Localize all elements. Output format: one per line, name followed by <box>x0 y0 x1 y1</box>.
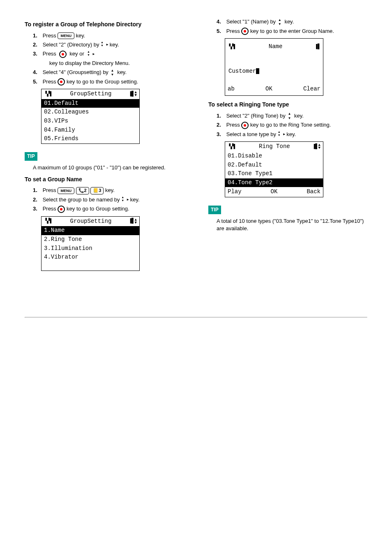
softkey-center: OK <box>271 188 278 196</box>
list-item: 02.Colleagues <box>42 108 139 117</box>
list-item: 1.Name <box>42 226 139 235</box>
signal-icon: ▝▞▌ <box>44 91 53 98</box>
ring-tone-section: To select a Ringing Tone type 1. Select … <box>208 101 367 232</box>
list-item: 04.Tone Type2 <box>225 178 323 187</box>
cursor-icon <box>256 68 259 74</box>
key-2-icon: 📞2 <box>76 187 89 194</box>
list-item: 02.Default <box>225 161 323 170</box>
menu-key-icon: MENU <box>58 187 74 194</box>
nav-updown-icon <box>277 18 283 26</box>
tip-text: A total of 10 tone types ("03.Tone Type1… <box>217 217 367 232</box>
nav-updown-right-icon <box>101 41 108 49</box>
signal-icon: ▝▞▌ <box>44 218 53 225</box>
battery-icon: ▐▋ <box>129 91 134 98</box>
section-title: To set a Group Name <box>25 176 184 184</box>
lcd-group-setting-menu: ▝▞▌ GroupSetting ▐▋ ▲▼ 1.Name 2.Ring Ton… <box>41 216 140 271</box>
list-item: 04.Family <box>42 126 139 135</box>
step-4: 4. Select "4" (Groupsetting) by key. <box>33 69 184 76</box>
list-item: 05.Friends <box>42 134 139 143</box>
menu-key-icon: MENU <box>58 32 74 39</box>
list-item: 03.Tone Type1 <box>225 169 323 178</box>
nav-updown-right-icon <box>278 131 285 138</box>
list-item: 01.Disable <box>225 152 323 161</box>
tip-badge: TIP <box>25 152 37 161</box>
nav-updown-icon <box>287 112 293 120</box>
scroll-arrows-icon: ▲▼ <box>135 91 137 97</box>
softkey-right: Clear <box>303 85 321 93</box>
center-button-icon <box>241 28 249 35</box>
nav-updown-right-icon <box>121 196 129 204</box>
step-1: 1. Press MENU key. <box>33 32 184 39</box>
battery-icon: ▐▋ <box>312 143 318 150</box>
nav-updown-icon <box>110 69 116 76</box>
list-item: 01.Default <box>42 99 139 108</box>
step-2: 2. Select "2" (Directory) by key. <box>33 41 184 49</box>
key-3-icon: 📒3 <box>90 187 104 194</box>
tip-text: A maximum of 10 groups ("01" - "10") can… <box>33 164 184 171</box>
list-item: 3.Illumination <box>42 244 139 253</box>
nav-right-icon <box>87 51 95 58</box>
step-5: 5. Press key to go to the Group setting. <box>33 78 184 86</box>
center-button-icon <box>58 206 65 213</box>
signal-icon: ▝▞▌ <box>228 44 237 51</box>
scroll-arrows-icon: ▲▼ <box>318 144 321 150</box>
step-3b: key to display the Directory Menu. <box>49 60 184 67</box>
center-button-icon <box>59 51 67 58</box>
lcd-name-entry: ▝▞▌ Name ▐▋ Customer ab OK Clear <box>225 38 323 96</box>
group-name-section: To set a Group Name 1. Press MENU 📞2 📒3 … <box>25 176 184 271</box>
battery-icon: ▐▋ <box>315 44 321 51</box>
section-title: To register a Group of Telephone Directo… <box>25 21 184 29</box>
softkey-center: OK <box>265 85 272 93</box>
center-button-icon <box>58 78 65 86</box>
lcd-group-setting: ▝▞▌ GroupSetting ▐▋ ▲▼ 01.Default 02.Col… <box>41 89 140 144</box>
step-2: 2. Select the group to be named by key. <box>33 196 184 204</box>
list-item: 4.Vibrator <box>42 253 139 262</box>
center-button-icon <box>241 122 249 129</box>
softkey-left: Play <box>228 188 242 196</box>
step-1: 1. Press MENU 📞2 📒3 key. <box>33 187 184 194</box>
tip-badge: TIP <box>208 206 221 214</box>
list-item: 03.VIPs <box>42 117 139 126</box>
list-item: 2.Ring Tone <box>42 235 139 244</box>
footer-divider <box>25 317 367 318</box>
step-3: 3. Press key or <box>33 50 184 58</box>
step-5: 5. Press key to go to the enter Group Na… <box>217 28 367 35</box>
step-1: 1. Select "2" (Ring Tone) by key. <box>217 112 367 120</box>
lcd-ring-tone: ▝▞▌ Ring Tone ▐▋ ▲▼ 01.Disable 02.Defaul… <box>225 141 323 197</box>
name-input-value: Customer <box>228 67 259 76</box>
softkey-left: ab <box>228 85 235 93</box>
step-4: 4. Select "1" (Name) by key. <box>217 18 367 26</box>
step-3: 3. Select a tone type by key. <box>217 131 367 139</box>
battery-icon: ▐▋ <box>129 218 134 225</box>
step-2: 2. Press key to go to the Ring Tone sett… <box>217 121 367 129</box>
signal-icon: ▝▞▌ <box>228 143 237 150</box>
register-group-section: To register a Group of Telephone Directo… <box>25 21 184 171</box>
step-3: 3. Press key to go to Group setting. <box>33 205 184 213</box>
scroll-arrows-icon: ▲▼ <box>135 219 137 224</box>
section-title: To select a Ringing Tone type <box>208 101 367 109</box>
name-entry-section: 4. Select "1" (Name) by key. 5. Press ke… <box>208 18 367 96</box>
softkey-right: Back <box>307 188 321 196</box>
